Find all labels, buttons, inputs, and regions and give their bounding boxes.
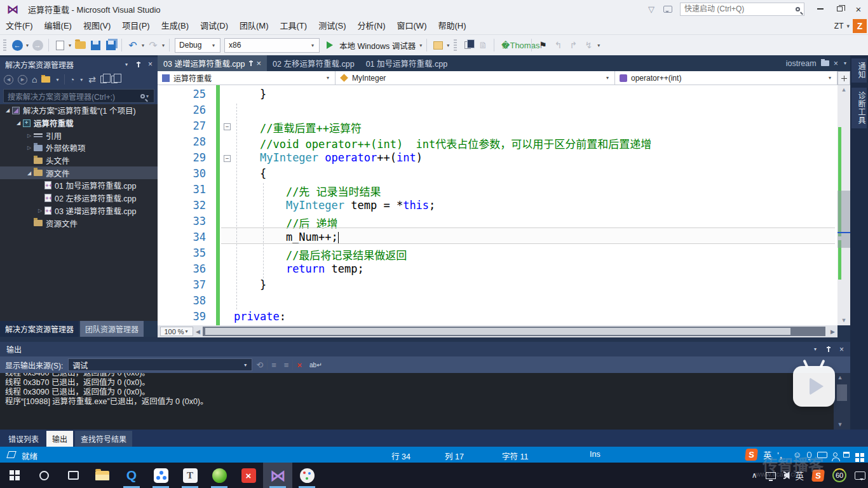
sync-icon[interactable]: ⇄ [88, 74, 96, 85]
panel-tab-2[interactable]: 输出 [46, 431, 73, 447]
search-options-icon[interactable]: ▾ [146, 93, 149, 99]
panel-menu-icon[interactable]: ▾ [814, 346, 817, 352]
undo-dropdown-icon[interactable]: ▾ [142, 43, 144, 48]
menu-item[interactable]: 调试(D) [194, 18, 234, 34]
preview-close-icon[interactable]: × [834, 59, 838, 68]
menu-item[interactable]: 项目(P) [116, 18, 155, 34]
scroll-down-icon[interactable]: ▼ [837, 316, 850, 325]
clear-all-icon[interactable]: × [297, 360, 302, 370]
bookmark-button[interactable]: ⚑ [536, 38, 550, 52]
clear-bookmarks-button[interactable]: ↯ [581, 38, 595, 52]
member-dropdown[interactable]: operator++(int)▾ [615, 71, 837, 85]
editor-vertical-scrollbar[interactable]: ▲ ▼ [837, 85, 850, 325]
user-dropdown-icon[interactable]: ▾ [846, 23, 850, 29]
skin-icon[interactable] [843, 452, 850, 458]
redo-dropdown-icon[interactable]: ▾ [162, 43, 165, 48]
visual-studio[interactable]: ⋈ [263, 463, 292, 488]
solution-configuration-select[interactable]: Debug▾ [175, 38, 220, 53]
file-tab[interactable]: 01 加号运算符重载.cpp [360, 55, 454, 71]
redo-button[interactable]: ↷ [146, 38, 160, 52]
forward-icon[interactable]: ► [18, 75, 27, 85]
prev-bookmark-button[interactable]: ↰ [551, 38, 565, 52]
tree-item[interactable]: ◢解决方案"运算符重载"(1 个项目) [0, 104, 158, 117]
document-outline-button[interactable]: 🗎 [476, 38, 490, 52]
qq-browser[interactable]: Q [117, 463, 146, 488]
toolbar-options-icon[interactable]: ▾ [597, 43, 600, 48]
tab-notifications[interactable]: 通知 [851, 58, 867, 83]
pending-dropdown-icon[interactable]: ▾ [80, 77, 83, 83]
goto-prev-message-icon[interactable]: ≡ [271, 360, 276, 370]
sogou-logo-icon[interactable]: S [745, 449, 758, 461]
collapse-all-icon[interactable] [100, 76, 107, 83]
open-file-button[interactable] [73, 38, 87, 52]
menu-item[interactable]: 视图(V) [78, 18, 116, 34]
new-file-button[interactable] [53, 38, 67, 52]
expander-icon[interactable]: ▷ [25, 145, 33, 151]
menu-item[interactable]: 生成(B) [156, 18, 194, 34]
tray-ime-indicator[interactable]: 英 [796, 469, 804, 482]
quick-launch-box[interactable] [680, 3, 804, 16]
output-log[interactable]: 线程 0x3460 已退出，返回值为 0 (0x0)。线程 0x3b70 已退出… [0, 373, 834, 430]
tab-list-dropdown-icon[interactable]: ▾ [844, 60, 846, 66]
start-button[interactable] [0, 463, 29, 488]
menu-item[interactable]: 分析(N) [351, 18, 391, 34]
file-tab[interactable]: 03 递增运算符重载.cpp× [158, 55, 267, 71]
expander-icon[interactable]: ▷ [25, 133, 33, 139]
panel-tab-1[interactable]: 错误列表 [3, 431, 44, 447]
editor-split-handle[interactable] [837, 71, 850, 85]
baidu-netdisk[interactable] [146, 463, 175, 488]
video-play-overlay[interactable] [793, 366, 835, 407]
user-initials[interactable]: ZT [834, 22, 844, 30]
tree-item[interactable]: 头文件 [0, 154, 158, 167]
account-icon[interactable] [833, 452, 837, 457]
tree-item[interactable]: ▷03 递增运算符重载.cpp [0, 205, 158, 217]
goto-next-message-icon[interactable]: ≡ [284, 360, 289, 370]
quick-launch-input[interactable] [684, 4, 796, 13]
horizontal-scrollbar[interactable] [203, 327, 825, 336]
file-explorer[interactable] [88, 463, 117, 488]
save-all-button[interactable] [104, 38, 118, 52]
task-view[interactable] [58, 463, 88, 488]
panel-tab[interactable]: 团队资源管理器 [80, 321, 144, 337]
minimize-button[interactable] [811, 1, 830, 17]
debugger-label[interactable]: 本地 Windows 调试器 [339, 39, 416, 51]
cortana-search[interactable] [29, 463, 58, 488]
word-wrap-icon[interactable]: ab↵ [309, 362, 322, 369]
tree-item[interactable]: 资源文件 [0, 217, 158, 229]
scroll-right-icon[interactable]: ▶ [831, 329, 835, 335]
undo-button[interactable]: ↶ [126, 38, 140, 52]
switch-views-icon[interactable] [41, 76, 50, 83]
save-button[interactable] [88, 38, 102, 52]
start-debug-icon[interactable] [327, 41, 337, 49]
expander-icon[interactable]: ▷ [36, 208, 44, 214]
home-icon[interactable]: ⌂ [32, 74, 37, 85]
output-scrollbar[interactable]: ▲ ▼ [834, 373, 850, 430]
tree-item[interactable]: ▷外部依赖项 [0, 142, 158, 154]
promote-preview-icon[interactable] [821, 60, 829, 66]
output-source-select[interactable]: 调试▾ [68, 358, 252, 371]
uncomment-button[interactable]: �Thomas [513, 38, 527, 52]
zoom-select[interactable]: 100 %▾ [160, 327, 193, 336]
find-in-files-button[interactable] [431, 38, 445, 52]
pin-icon[interactable] [138, 62, 139, 67]
keyboard-icon[interactable] [817, 452, 827, 458]
tray-expand-icon[interactable]: ∧ [752, 471, 757, 480]
close-icon[interactable]: × [257, 58, 262, 68]
menu-item[interactable]: 团队(M) [234, 18, 275, 34]
menu-item[interactable]: 窗口(W) [391, 18, 433, 34]
tree-item[interactable]: 01 加号运算符重载.cpp [0, 179, 158, 192]
close-button[interactable]: × [849, 1, 868, 17]
feedback-icon[interactable] [663, 6, 672, 13]
tree-item[interactable]: ◢源文件 [0, 166, 158, 179]
attach-process-button[interactable] [461, 38, 475, 52]
toolbar-grip[interactable] [3, 39, 6, 51]
red-x-app[interactable]: × [234, 463, 263, 488]
navigate-back-button[interactable]: ← [10, 38, 24, 52]
expander-icon[interactable]: ◢ [4, 107, 11, 113]
panel-tab[interactable]: 解决方案资源管理器 [0, 321, 79, 337]
output-panel-header[interactable]: 输出 ▾ × [0, 342, 850, 356]
solution-search-input[interactable]: 搜索解决方案资源管理器(Ctrl+;) ▾ [3, 89, 154, 103]
project-dropdown[interactable]: 运算符重载▾ [158, 71, 336, 85]
back-icon[interactable]: ◄ [4, 75, 13, 85]
file-tab[interactable]: 02 左移运算符重载.cpp [267, 55, 360, 71]
